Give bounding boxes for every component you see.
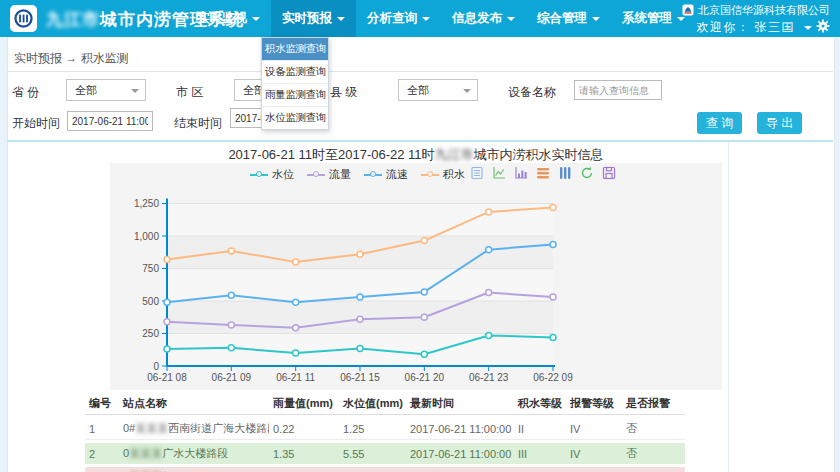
data-point [164, 256, 170, 262]
cell-alarm-level: IV [566, 443, 622, 464]
data-point [228, 345, 234, 351]
chart-legend: 水位流量流速积水 [250, 167, 465, 182]
data-point [421, 238, 427, 244]
page-root: 九江市城市内涝管理系统 实时监视实时预报分析查询信息发布综合管理系统管理 北京国… [0, 0, 840, 472]
dropdown-item-flood-monitoring-query[interactable]: 积水监测查询 [262, 38, 328, 61]
table-header-row: 编号站点名称雨量值(mm)水位值(mm)最新时间积水等级报警等级是否报警 [85, 393, 685, 415]
cell-latest-time: 2017-06-21 11:00:00 [406, 443, 514, 464]
station-name-redacted: 某某某 [135, 422, 168, 434]
app-logo-icon [10, 5, 37, 32]
dropdown-item-water-level-monitoring-query[interactable]: 水位监测查询 [262, 107, 328, 129]
cell-station-name: 0某某某美王大楼路段 [119, 467, 269, 472]
nav-item-label: 信息发布 [452, 10, 502, 27]
cell-no: 3 [85, 467, 119, 472]
county-select[interactable]: 全部 [398, 79, 478, 101]
data-point [421, 289, 427, 295]
flood-chart-panel: 水位流量流速积水 02505007501,0001,25006-21 0806-… [110, 163, 722, 390]
dropdown-item-rainfall-monitoring-query[interactable]: 雨量监测查询 [262, 84, 328, 107]
chevron-down-icon [252, 17, 260, 21]
legend-item-flow[interactable]: 流量 [307, 167, 351, 182]
chart-split-area [167, 204, 553, 237]
line-chart-icon[interactable] [492, 166, 506, 184]
county-label: 县 级 [330, 84, 357, 101]
column-header-no: 编号 [85, 393, 119, 415]
query-button[interactable]: 查 询 [697, 112, 742, 134]
nav-item-label: 系统管理 [622, 10, 672, 27]
y-axis-label: 1,250 [134, 198, 159, 209]
data-point [228, 248, 234, 254]
start-time-input[interactable] [67, 111, 153, 131]
data-point [357, 316, 363, 322]
x-axis-label: 06-21 20 [405, 372, 445, 383]
table-row-station-3: 30某某某美王大楼路段0.588.882017-06-21 11:00:00II… [85, 467, 685, 472]
cell-station-name: 0某某某广水大楼路段 [119, 443, 269, 464]
data-point [228, 292, 234, 298]
cell-flood-level: III [514, 443, 566, 464]
save-icon[interactable] [602, 166, 616, 184]
y-axis-label: 500 [142, 296, 159, 307]
settings-gear-icon[interactable] [816, 19, 830, 36]
app-title-city: 九江市 [46, 10, 100, 29]
restore-icon[interactable] [580, 166, 594, 184]
cell-station-name: 0#某某某西南街道广海大楼路段 [119, 418, 269, 440]
city-label: 市 区 [176, 84, 203, 101]
column-header-latest-time: 最新时间 [406, 393, 514, 415]
legend-label: 流量 [329, 167, 351, 182]
data-point [486, 290, 492, 296]
data-point [486, 332, 492, 338]
data-point [293, 350, 299, 356]
company-name: 北京国信华源科技有限公司 [682, 3, 830, 18]
company-logo-icon [682, 4, 694, 18]
forecast-dropdown-menu: 积水监测查询设备监测查询雨量监测查询水位监测查询 [261, 37, 329, 130]
province-select[interactable]: 全部 [66, 79, 146, 101]
x-axis-label: 06-21 09 [212, 372, 252, 383]
chevron-down-icon [337, 17, 345, 21]
data-view-icon[interactable] [470, 166, 484, 184]
y-axis-label: 250 [142, 328, 159, 339]
flood-line-chart: 02505007501,0001,25006-21 0806-21 0906-2… [110, 163, 722, 390]
start-time-label: 开始时间 [12, 115, 60, 132]
legend-label: 流速 [386, 167, 408, 182]
chart-title-prefix: 2017-06-21 11时至2017-06-22 11时 [228, 147, 434, 162]
data-point [421, 351, 427, 357]
device-name-input[interactable] [574, 80, 662, 100]
bar-chart-icon[interactable] [514, 166, 528, 184]
chevron-down-icon [592, 17, 600, 21]
legend-item-water-level[interactable]: 水位 [250, 167, 294, 182]
cell-no: 1 [85, 418, 119, 440]
nav-item-comprehensive-mgmt[interactable]: 综合管理 [526, 0, 611, 37]
data-point [550, 334, 556, 340]
station-name-redacted: 某某某 [129, 447, 162, 459]
data-point [486, 247, 492, 253]
chart-title-city: 九江市 [435, 147, 474, 162]
data-point [164, 346, 170, 352]
legend-item-flood-depth[interactable]: 积水 [421, 167, 465, 182]
chevron-down-icon [463, 89, 471, 93]
data-point [293, 299, 299, 305]
data-point [421, 314, 427, 320]
content-right-edge [728, 142, 729, 472]
cell-alarm-level: III [566, 467, 622, 472]
data-point [228, 322, 234, 328]
data-point [550, 294, 556, 300]
nav-item-analysis-query[interactable]: 分析查询 [356, 0, 441, 37]
y-axis-label: 1,000 [134, 231, 159, 242]
y-axis-label: 750 [142, 263, 159, 274]
tiled-icon[interactable] [558, 166, 572, 184]
legend-marker-icon [421, 174, 439, 176]
export-button[interactable]: 导 出 [757, 112, 802, 134]
nav-item-info-publish[interactable]: 信息发布 [441, 0, 526, 37]
breadcrumb: 实时预报 → 积水监测 [14, 50, 129, 67]
cell-rainfall: 1.35 [269, 443, 339, 464]
legend-item-flow-speed[interactable]: 流速 [364, 167, 408, 182]
data-point [550, 204, 556, 210]
chevron-down-icon [422, 17, 430, 21]
data-point [164, 299, 170, 305]
user-name[interactable]: 张三国 [755, 19, 796, 36]
nav-item-realtime-forecast[interactable]: 实时预报 [271, 0, 356, 37]
stack-icon[interactable] [536, 166, 550, 184]
dropdown-item-device-monitoring-query[interactable]: 设备监测查询 [262, 61, 328, 84]
data-point [357, 294, 363, 300]
user-chevron-down-icon[interactable] [804, 26, 812, 30]
nav-item-realtime-monitoring[interactable]: 实时监视 [186, 0, 271, 37]
